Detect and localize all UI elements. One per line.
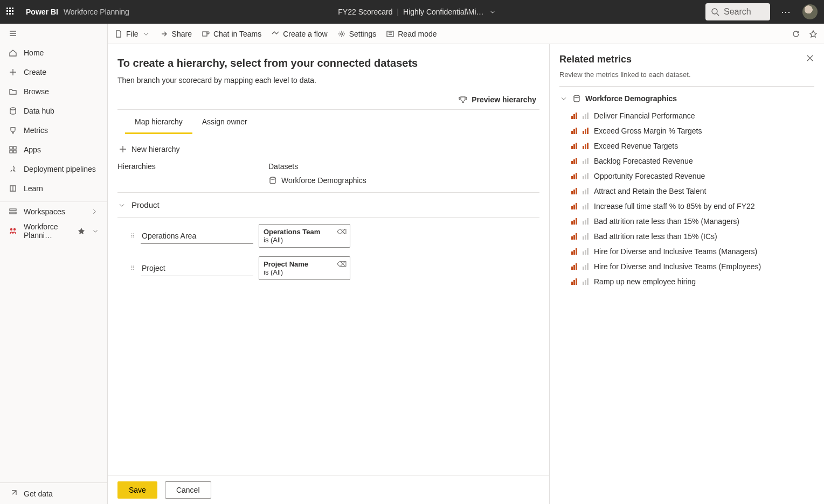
search-icon xyxy=(711,8,719,16)
metric-item[interactable]: Backlog Forecasted Revenue xyxy=(559,153,814,169)
chevron-down-icon xyxy=(117,201,126,209)
metric-item[interactable]: Exceed Revenue Targets xyxy=(559,138,814,153)
mapping-field: Project Name xyxy=(264,260,345,268)
workspace-name[interactable]: Workforce Planning xyxy=(64,8,129,16)
database-icon xyxy=(572,94,581,103)
nav-toggle[interactable] xyxy=(0,24,107,43)
metric-item[interactable]: Attract and Retain the Best Talent xyxy=(559,184,814,199)
panel-dataset-row[interactable]: Workforce Demographics xyxy=(559,94,814,103)
teams-icon xyxy=(202,30,210,38)
cmd-readmode[interactable]: Read mode xyxy=(386,30,437,38)
cmd-chat[interactable]: Chat in Teams xyxy=(202,30,261,38)
level-name-input[interactable]: Project xyxy=(141,261,253,276)
metric-item[interactable]: Opportunity Forecasted Revenue xyxy=(559,169,814,184)
tab-assign-owner[interactable]: Assign owner xyxy=(192,110,257,134)
gear-icon xyxy=(337,30,346,38)
cmd-label: Chat in Teams xyxy=(213,30,261,38)
nav-datahub[interactable]: Data hub xyxy=(0,101,107,121)
metric-item[interactable]: Bad attrition rate less than 15% (Manage… xyxy=(559,214,814,229)
nav-home[interactable]: Home xyxy=(0,43,107,62)
cmd-file[interactable]: File xyxy=(114,30,150,38)
hierarchy-product[interactable]: Product xyxy=(117,195,539,215)
metric-label: Opportunity Forecasted Revenue xyxy=(594,172,705,180)
command-bar: File Share Chat in Teams Create a flow S… xyxy=(108,24,824,44)
svg-point-1 xyxy=(10,108,16,110)
metric-item[interactable]: Exceed Gross Margin % Targets xyxy=(559,123,814,138)
cmd-settings[interactable]: Settings xyxy=(337,30,377,38)
metric-item[interactable]: Deliver Financial Performance xyxy=(559,108,814,123)
product-name: Power BI xyxy=(26,8,58,16)
bars-icon xyxy=(571,143,577,149)
nav-label: Home xyxy=(24,48,44,57)
close-icon[interactable] xyxy=(806,54,814,62)
svg-point-11 xyxy=(207,32,209,34)
apps-icon xyxy=(9,145,17,154)
cmd-label: File xyxy=(126,30,139,38)
bars-icon xyxy=(571,128,577,134)
trophy-icon xyxy=(9,126,17,135)
page-subtitle: Then branch your scorecard by mapping ea… xyxy=(117,76,539,85)
metric-item[interactable]: Ramp up new employee hiring xyxy=(559,274,814,289)
nav-apps[interactable]: Apps xyxy=(0,140,107,159)
app-launcher-icon[interactable] xyxy=(6,8,15,16)
nav-workspaces[interactable]: Workspaces xyxy=(0,202,107,221)
refresh-icon[interactable] xyxy=(792,30,800,38)
svg-point-12 xyxy=(341,33,343,35)
bars-icon xyxy=(583,203,588,209)
preview-hierarchy-button[interactable]: Preview hierarchy xyxy=(117,95,539,109)
nav-current-workspace[interactable]: Workforce Planni… xyxy=(0,221,107,241)
bars-icon xyxy=(571,203,577,209)
trophy-icon xyxy=(459,95,467,104)
metric-label: Bad attrition rate less than 15% (Manage… xyxy=(594,217,739,226)
metric-label: Bad attrition rate less than 15% (ICs) xyxy=(594,232,717,241)
mapping-filter: is (All) xyxy=(264,268,345,276)
chevron-down-icon[interactable] xyxy=(488,8,497,16)
dataset-row[interactable]: Workforce Demographics xyxy=(268,176,366,185)
metric-label: Exceed Gross Margin % Targets xyxy=(594,127,702,135)
save-button[interactable]: Save xyxy=(117,481,157,499)
bars-icon xyxy=(583,143,588,149)
global-header: Power BI Workforce Planning FY22 Scoreca… xyxy=(0,0,824,24)
col-header-datasets: Datasets xyxy=(268,162,539,171)
level-mapping[interactable]: ⌫Operations Teamis (All) xyxy=(259,224,350,248)
drag-handle-icon[interactable]: ⠿ xyxy=(130,267,135,270)
new-hierarchy-button[interactable]: New hierarchy xyxy=(117,142,539,160)
share-icon xyxy=(160,30,169,38)
level-mapping[interactable]: ⌫Project Nameis (All) xyxy=(259,256,350,280)
breadcrumb[interactable]: FY22 Scorecard | Highly Confidential\Mi… xyxy=(140,8,695,16)
nav-label: Workspaces xyxy=(24,207,65,216)
cmd-label: Share xyxy=(172,30,192,38)
avatar[interactable] xyxy=(802,4,818,19)
star-icon[interactable] xyxy=(809,30,818,38)
svg-rect-4 xyxy=(10,150,12,153)
nav-learn[interactable]: Learn xyxy=(0,179,107,198)
tabs: Map hierarchy Assign owner xyxy=(117,110,539,134)
metric-item[interactable]: Hire for Diverse and Inclusive Teams (Ma… xyxy=(559,244,814,259)
nav-metrics[interactable]: Metrics xyxy=(0,121,107,140)
drag-handle-icon[interactable]: ⠿ xyxy=(130,234,135,237)
metric-item[interactable]: Bad attrition rate less than 15% (ICs) xyxy=(559,229,814,244)
metric-item[interactable]: Increase full time staff % to 85% by end… xyxy=(559,199,814,214)
svg-point-0 xyxy=(712,9,717,14)
nav-create[interactable]: Create xyxy=(0,62,107,82)
bars-icon xyxy=(571,248,577,255)
bars-icon xyxy=(583,113,588,119)
cmd-label: Create a flow xyxy=(283,30,327,38)
search-input[interactable]: Search xyxy=(705,3,770,20)
metric-item[interactable]: Hire for Diverse and Inclusive Teams (Em… xyxy=(559,259,814,274)
nav-browse[interactable]: Browse xyxy=(0,82,107,101)
nav-label: Browse xyxy=(24,87,49,96)
cmd-flow[interactable]: Create a flow xyxy=(271,30,327,38)
nav-pipelines[interactable]: Deployment pipelines xyxy=(0,159,107,179)
database-icon xyxy=(9,107,17,115)
more-menu[interactable]: ⋯ xyxy=(781,6,792,18)
cancel-button[interactable]: Cancel xyxy=(165,481,211,499)
level-name-input[interactable]: Operations Area xyxy=(141,228,253,244)
clear-icon[interactable]: ⌫ xyxy=(337,260,347,268)
get-data-button[interactable]: Get data xyxy=(0,482,107,504)
chevron-down-icon xyxy=(559,94,568,103)
tab-map-hierarchy[interactable]: Map hierarchy xyxy=(125,110,192,134)
clear-icon[interactable]: ⌫ xyxy=(337,228,347,236)
cmd-share[interactable]: Share xyxy=(160,30,192,38)
bars-icon xyxy=(583,173,588,179)
